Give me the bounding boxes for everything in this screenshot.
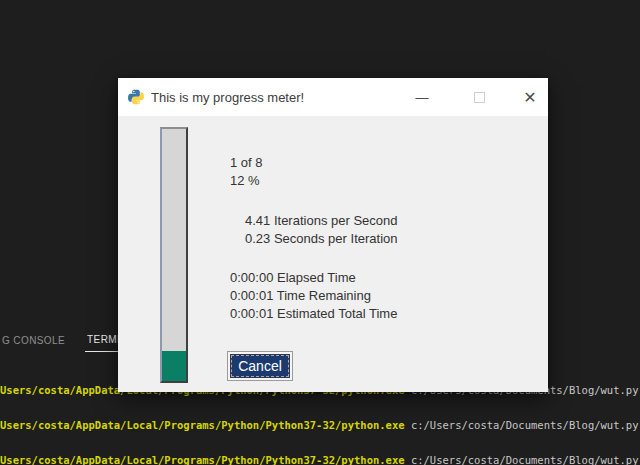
estimated-total-time: 0:00:01 Estimated Total Time	[230, 306, 398, 324]
terminal-exe-path: Users/costa/AppData/Local/Programs/Pytho…	[0, 420, 405, 431]
iterations-per-second: 4.41 Iterations per Second	[230, 213, 398, 231]
terminal-arg: c:/Users/costa/Documents/Blog/wut.py	[405, 420, 639, 431]
tab-debug-console[interactable]: G CONSOLE	[0, 331, 67, 352]
terminal-line: Users/costa/AppData/Local/Programs/Pytho…	[0, 420, 640, 432]
terminal-exe-path: Users/costa/AppData/Local/Programs/Pytho…	[0, 455, 405, 465]
cancel-button[interactable]: Cancel	[228, 352, 292, 380]
dialog-titlebar[interactable]: This is my progress meter! — ✕	[118, 78, 548, 116]
terminal-arg: c:/Users/costa/Documents/Blog/wut.py	[405, 455, 639, 465]
cancel-button-label: Cancel	[238, 358, 282, 374]
progress-bar-track	[160, 127, 188, 383]
python-icon	[128, 89, 144, 105]
progress-meter-window: This is my progress meter! — ✕ 1 of 8 12…	[118, 78, 548, 392]
time-remaining: 0:00:01 Time Remaining	[230, 288, 398, 306]
close-button[interactable]: ✕	[508, 78, 552, 116]
minimize-button[interactable]: —	[400, 78, 444, 116]
percent-text: 12 %	[230, 173, 398, 191]
terminal-line: Users/costa/AppData/Local/Programs/Pytho…	[0, 455, 640, 465]
seconds-per-iteration: 0.23 Seconds per Iteration	[230, 231, 398, 249]
progress-fill	[162, 351, 186, 381]
maximize-button[interactable]	[457, 78, 501, 116]
maximize-icon	[474, 92, 485, 103]
count-text: 1 of 8	[230, 155, 398, 173]
progress-stats: 1 of 8 12 % 4.41 Iterations per Second 0…	[230, 155, 398, 324]
elapsed-time: 0:00:00 Elapsed Time	[230, 270, 398, 288]
